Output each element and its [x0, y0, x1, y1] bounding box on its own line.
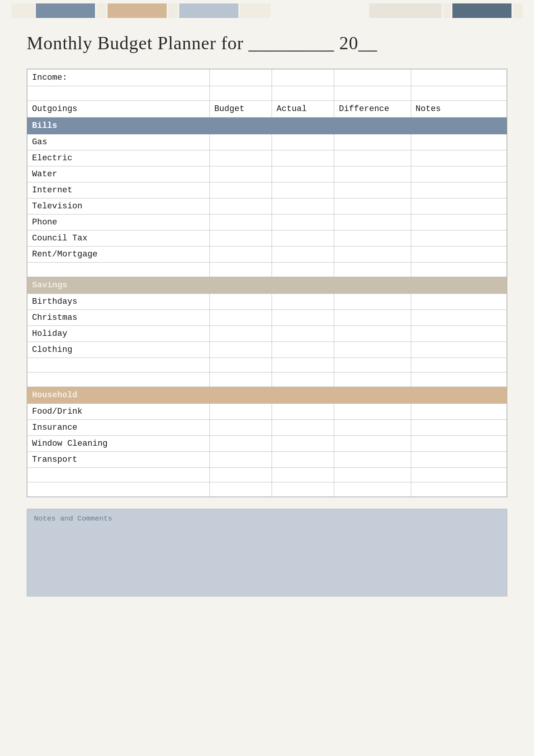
- row-window-cleaning: Window Cleaning: [27, 436, 507, 452]
- income-actual: [272, 69, 334, 86]
- item-food-drink: Food/Drink: [27, 404, 210, 420]
- col-outgoings: Outgoings: [27, 101, 210, 118]
- top-deco-bar: [0, 0, 534, 21]
- row-clothing: Clothing: [27, 342, 507, 358]
- category-household-label: Household: [27, 387, 507, 404]
- category-bills-row: Bills: [27, 118, 507, 134]
- item-television: Television: [27, 198, 210, 214]
- page-title: Monthly Budget Planner for _________ 20_…: [27, 32, 507, 53]
- empty-row-savings-2: [27, 372, 507, 387]
- item-holiday: Holiday: [27, 326, 210, 342]
- item-water: Water: [27, 166, 210, 182]
- item-council-tax: Council Tax: [27, 231, 210, 247]
- row-rent-mortgage: Rent/Mortgage: [27, 247, 507, 263]
- row-council-tax: Council Tax: [27, 231, 507, 247]
- deco-seg-8: [369, 3, 442, 18]
- column-header-row: Outgoings Budget Actual Difference Notes: [27, 101, 507, 118]
- row-electric: Electric: [27, 150, 507, 166]
- deco-seg-5: [168, 3, 178, 18]
- deco-seg-7: [240, 3, 270, 18]
- income-difference: [334, 69, 411, 86]
- item-transport: Transport: [27, 452, 210, 468]
- item-window-cleaning: Window Cleaning: [27, 436, 210, 452]
- income-budget: [209, 69, 272, 86]
- deco-seg-1: [11, 3, 34, 18]
- deco-seg-2: [36, 3, 95, 18]
- row-television: Television: [27, 198, 507, 214]
- item-internet: Internet: [27, 182, 210, 198]
- budget-table: Income: Outgoings Budget Actual Differen…: [27, 69, 507, 497]
- row-christmas: Christmas: [27, 310, 507, 326]
- category-savings-row: Savings: [27, 277, 507, 294]
- category-bills-label: Bills: [27, 118, 507, 134]
- empty-row-household-2: [27, 482, 507, 497]
- category-savings-label: Savings: [27, 277, 507, 294]
- bottom-deco-bar: [0, 735, 534, 756]
- col-notes: Notes: [411, 101, 507, 118]
- item-rent-mortgage: Rent/Mortgage: [27, 247, 210, 263]
- item-birthdays: Birthdays: [27, 294, 210, 310]
- empty-row-household-1: [27, 468, 507, 482]
- item-electric: Electric: [27, 150, 210, 166]
- income-label: Income:: [27, 69, 210, 86]
- row-internet: Internet: [27, 182, 507, 198]
- row-holiday: Holiday: [27, 326, 507, 342]
- notes-label: Notes and Comments: [34, 514, 500, 523]
- budget-table-container: Income: Outgoings Budget Actual Differen…: [27, 69, 507, 497]
- col-budget: Budget: [209, 101, 272, 118]
- empty-row-1: [27, 86, 507, 101]
- col-actual: Actual: [272, 101, 334, 118]
- item-phone: Phone: [27, 214, 210, 231]
- item-insurance: Insurance: [27, 420, 210, 436]
- empty-row-savings-1: [27, 358, 507, 372]
- title-area: Monthly Budget Planner for _________ 20_…: [0, 21, 534, 61]
- col-difference: Difference: [334, 101, 411, 118]
- row-gas: Gas: [27, 134, 507, 150]
- item-gas: Gas: [27, 134, 210, 150]
- notes-section: Notes and Comments: [27, 509, 507, 596]
- row-food-drink: Food/Drink: [27, 404, 507, 420]
- row-birthdays: Birthdays: [27, 294, 507, 310]
- deco-seg-11: [513, 3, 523, 18]
- item-clothing: Clothing: [27, 342, 210, 358]
- deco-seg-9: [443, 3, 451, 18]
- deco-seg-6: [179, 3, 238, 18]
- category-household-row: Household: [27, 387, 507, 404]
- row-insurance: Insurance: [27, 420, 507, 436]
- income-notes: [411, 69, 507, 86]
- row-transport: Transport: [27, 452, 507, 468]
- row-water: Water: [27, 166, 507, 182]
- deco-seg-4: [108, 3, 167, 18]
- deco-seg-10: [452, 3, 511, 18]
- income-row: Income:: [27, 69, 507, 86]
- deco-seg-3: [97, 3, 106, 18]
- empty-row-bills: [27, 263, 507, 277]
- item-christmas: Christmas: [27, 310, 210, 326]
- row-phone: Phone: [27, 214, 507, 231]
